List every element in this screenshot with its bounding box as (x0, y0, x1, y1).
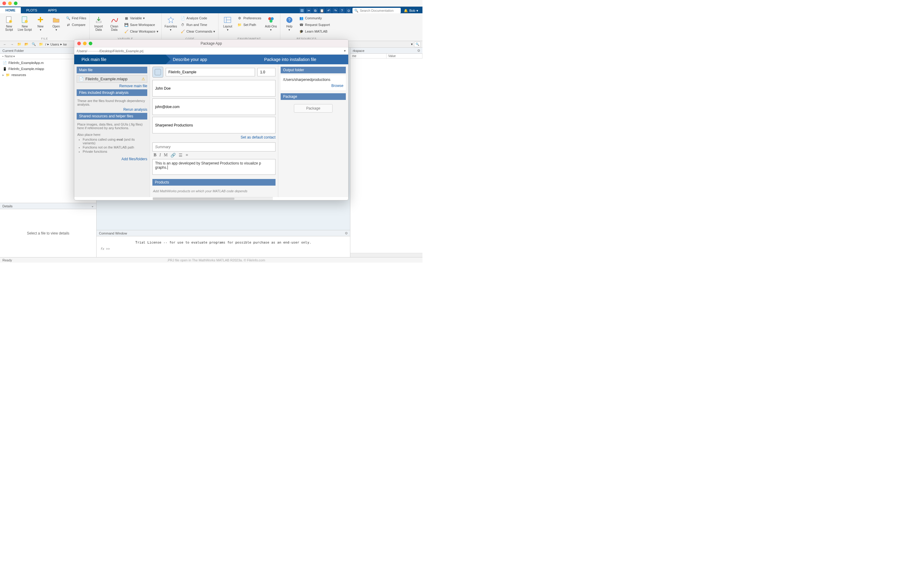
search-docs-input[interactable]: 🔍 Search Documentation (352, 8, 401, 13)
new-script-button[interactable]: +New Script (2, 15, 16, 38)
clear-workspace-button[interactable]: 🧹Clear Workspace ▾ (123, 29, 160, 35)
author-input[interactable] (152, 80, 276, 97)
description-textarea[interactable]: This is an app developed by Sharpened Pr… (152, 159, 276, 175)
package-button[interactable]: Package (294, 104, 333, 113)
set-default-contact-link[interactable]: Set as default contact (152, 134, 276, 140)
wizard-step-1[interactable]: Pick main file (74, 54, 166, 64)
path-current[interactable]: ke (63, 42, 67, 46)
support-icon: ☎ (299, 22, 304, 27)
workspace-value-column[interactable]: Value (387, 54, 423, 58)
workspace-title: rkspace (353, 49, 365, 53)
layout-button[interactable]: Layout▾ (220, 15, 235, 38)
open-button[interactable]: Open▾ (49, 15, 63, 38)
import-data-button[interactable]: Import Data (91, 15, 106, 38)
rerun-analysis-link[interactable]: Rerun analysis (77, 106, 147, 113)
toolbar-more-icon[interactable]: ⊙ (346, 8, 351, 13)
shared-section-header: Shared resources and helper files (77, 113, 147, 119)
preferences-button[interactable]: ⚙Preferences (236, 15, 262, 21)
number-list-icon[interactable]: ≡ (186, 153, 188, 158)
ribbon: +New Script New Live Script New▾ Open▾ 🔍… (0, 13, 423, 41)
wizard-step-3[interactable]: Package into installation file (257, 54, 348, 64)
variable-button[interactable]: ▦Variable ▾ (123, 15, 160, 21)
minimize-window-icon[interactable] (8, 2, 12, 5)
svg-point-13 (269, 20, 272, 23)
remove-main-file-link[interactable]: Remove main file (77, 83, 147, 89)
tab-plots[interactable]: PLOTS (21, 7, 42, 13)
summary-input[interactable] (152, 142, 276, 151)
toolbar-paste-icon[interactable]: 📋 (319, 8, 325, 13)
mono-icon[interactable]: M (164, 153, 168, 158)
toolbar-redo-icon[interactable]: ↷ (332, 8, 338, 13)
chevron-down-icon: ▾ (40, 28, 41, 32)
run-and-time-button[interactable]: ⏱Run and Time (179, 22, 217, 28)
command-window-body[interactable]: Trial License -- for use to evaluate pro… (97, 236, 350, 257)
dialog-path-dropdown-icon[interactable]: ▾ (344, 49, 346, 53)
clear-commands-button[interactable]: 🧹Clear Commands ▾ (179, 29, 217, 35)
save-workspace-button[interactable]: 💾Save Workspace (123, 22, 160, 28)
search-placeholder: Search Documentation (360, 9, 394, 12)
workspace-scrollbar[interactable] (350, 253, 423, 257)
toolbar-save-icon[interactable] (299, 8, 305, 13)
bell-icon: 🔔 (404, 9, 408, 13)
fx-icon[interactable]: fx (100, 247, 104, 251)
new-live-script-button[interactable]: New Live Script (18, 15, 32, 38)
folder-parent-icon[interactable]: 📁 (16, 42, 22, 47)
dialog-min-icon[interactable] (83, 42, 87, 45)
tab-apps[interactable]: APPS (42, 7, 62, 13)
learn-matlab-button[interactable]: 🎓Learn MATLAB (298, 29, 331, 35)
dialog-max-icon[interactable] (89, 42, 92, 45)
link-icon[interactable]: 🔗 (171, 153, 176, 158)
compare-icon: ⇄ (66, 22, 71, 27)
folder-up-icon[interactable]: 📂 (24, 42, 30, 47)
mlapp-file-icon: 📱 (2, 66, 7, 71)
nav-back-button[interactable]: ← (2, 42, 8, 47)
app-name-input[interactable] (166, 68, 255, 76)
tab-home[interactable]: HOME (0, 7, 21, 13)
chevron-down-icon: ▾ (227, 28, 228, 32)
cw-options-icon[interactable]: ⊙ (345, 231, 348, 235)
toolbar-help-icon[interactable]: ? (339, 8, 344, 13)
wizard-step-2[interactable]: Describe your app (166, 54, 257, 64)
bullet-list-icon[interactable]: ☰ (179, 153, 183, 158)
dialog-scrollbar[interactable] (153, 197, 273, 200)
details-collapse-icon[interactable]: ⌄ (91, 204, 94, 208)
workspace-name-column[interactable]: me (350, 54, 387, 58)
bold-icon[interactable]: B (154, 153, 156, 158)
analyze-code-button[interactable]: 📄Analyze Code (179, 15, 217, 21)
help-button[interactable]: ?Help▾ (282, 15, 297, 38)
user-menu[interactable]: 🔔 Bob ▾ (402, 9, 420, 13)
app-icon-picker[interactable] (152, 67, 163, 77)
path-dropdown-icon[interactable]: ▾ (411, 42, 413, 46)
close-window-icon[interactable] (2, 2, 6, 5)
favorites-button[interactable]: Favorites▾ (163, 15, 178, 38)
find-files-button[interactable]: 🔍Find Files (65, 15, 88, 21)
set-path-button[interactable]: 📁Set Path (236, 22, 262, 28)
toolbar-copy-icon[interactable]: ⧉ (313, 8, 318, 13)
request-support-button[interactable]: ☎Request Support (298, 22, 331, 28)
command-window-title: Command Window (99, 231, 127, 235)
new-button[interactable]: New▾ (33, 15, 48, 38)
email-input[interactable] (152, 98, 276, 115)
nav-fwd-button[interactable]: → (9, 42, 15, 47)
italic-icon[interactable]: I (159, 153, 161, 158)
folder-icon[interactable]: 📁 (38, 42, 44, 47)
toolbar-undo-icon[interactable]: ↶ (326, 8, 331, 13)
path-search-button[interactable]: 🔍 (414, 42, 421, 47)
dialog-path-bar: /Users/·············/Desktop/FileInfo_Ex… (74, 47, 348, 54)
browse-link[interactable]: Browse (283, 82, 343, 88)
dialog-close-icon[interactable] (77, 42, 81, 45)
clean-data-button[interactable]: Clean Data (107, 15, 122, 38)
toolbar-cut-icon[interactable]: ✂ (306, 8, 311, 13)
path-root[interactable]: / (45, 42, 46, 46)
compare-button[interactable]: ⇄Compare (65, 22, 88, 28)
workspace-options-icon[interactable]: ⊙ (417, 48, 420, 53)
main-file-entry[interactable]: 📄 FileInfo_Example.mlapp ⚠ (77, 75, 147, 83)
company-input[interactable] (152, 117, 276, 133)
version-input[interactable] (257, 68, 276, 76)
community-button[interactable]: 👥Community (298, 15, 331, 21)
addons-button[interactable]: Add-Ons▾ (264, 15, 278, 38)
path-users[interactable]: Users (50, 42, 59, 46)
folder-browse-icon[interactable]: 🔍 (31, 42, 37, 47)
add-files-link[interactable]: Add files/folders (77, 156, 147, 162)
maximize-window-icon[interactable] (14, 2, 18, 5)
